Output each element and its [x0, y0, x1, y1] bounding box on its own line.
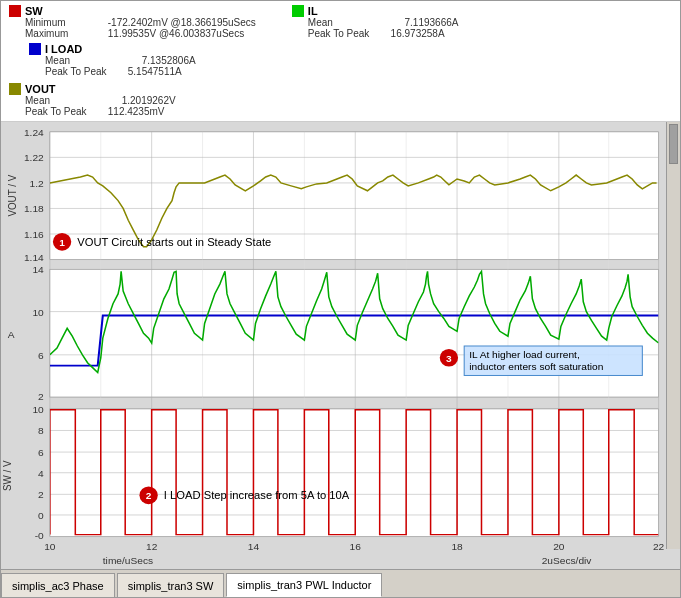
sw-max-label: Maximum	[25, 28, 105, 39]
iload-p2p-value: 5.1547511A	[128, 66, 208, 77]
legend-area: SW Minimum -172.2402mV @18.366195uSecs M…	[1, 1, 680, 122]
svg-text:6: 6	[38, 447, 44, 458]
vout-label: VOUT	[25, 83, 56, 95]
vout-p2p-label: Peak To Peak	[25, 106, 105, 117]
svg-text:3: 3	[446, 353, 452, 364]
svg-text:1.14: 1.14	[24, 253, 44, 264]
iload-p2p-label: Peak To Peak	[45, 66, 125, 77]
legend-vout: VOUT Mean 1.2019262V Peak To Peak 112.42…	[9, 83, 202, 117]
svg-text:22: 22	[653, 541, 665, 552]
svg-text:SW / V: SW / V	[2, 460, 13, 491]
iload-color-box	[29, 43, 41, 55]
svg-text:2: 2	[146, 490, 152, 501]
il-mean-label: Mean	[308, 17, 388, 28]
il-p2p-value: 16.973258A	[391, 28, 471, 39]
svg-text:VOUT  Circuit starts out in St: VOUT Circuit starts out in Steady State	[77, 236, 271, 248]
svg-text:10: 10	[32, 307, 44, 318]
sw-label: SW	[25, 5, 43, 17]
legend-il: IL Mean 7.1193666A Peak To Peak 16.97325…	[292, 5, 485, 39]
svg-text:A: A	[8, 329, 15, 340]
vout-stats: Mean 1.2019262V Peak To Peak 112.4235mV	[25, 95, 202, 117]
svg-text:1.16: 1.16	[24, 229, 44, 240]
sw-min-label: Minimum	[25, 17, 105, 28]
svg-text:-0: -0	[35, 530, 44, 541]
svg-text:1: 1	[59, 237, 65, 248]
sw-color-box	[9, 5, 21, 17]
legend-sw: SW Minimum -172.2402mV @18.366195uSecs M…	[9, 5, 256, 39]
vertical-scrollbar[interactable]	[666, 122, 680, 549]
il-label: IL	[308, 5, 318, 17]
svg-text:VOUT / V: VOUT / V	[7, 174, 18, 216]
vout-p2p-value: 112.4235mV	[108, 106, 188, 117]
svg-text:10: 10	[44, 541, 56, 552]
svg-text:IL  At higher load current,: IL At higher load current,	[469, 349, 580, 360]
iload-mean-label: Mean	[45, 55, 125, 66]
il-mean-value: 7.1193666A	[405, 17, 485, 28]
svg-text:12: 12	[146, 541, 158, 552]
svg-text:0: 0	[38, 510, 44, 521]
svg-text:2uSecs/div: 2uSecs/div	[542, 555, 592, 566]
svg-text:16: 16	[350, 541, 362, 552]
svg-text:8: 8	[38, 426, 44, 437]
svg-text:20: 20	[553, 541, 565, 552]
svg-text:18: 18	[451, 541, 463, 552]
svg-text:1.2: 1.2	[30, 178, 45, 189]
legend-iload: I LOAD Mean 7.1352806A Peak To Peak 5.15…	[29, 43, 222, 77]
tabs-bar: simplis_ac3 Phase simplis_tran3 SW simpl…	[1, 569, 680, 597]
sw-stats: Minimum -172.2402mV @18.366195uSecs Maxi…	[25, 17, 256, 39]
svg-text:6: 6	[38, 350, 44, 361]
svg-text:inductor enters soft saturatio: inductor enters soft saturation	[469, 361, 603, 372]
svg-text:10: 10	[32, 404, 44, 415]
main-window: SW Minimum -172.2402mV @18.366195uSecs M…	[0, 0, 681, 598]
sw-min-value: -172.2402mV @18.366195uSecs	[108, 17, 256, 28]
svg-text:1.18: 1.18	[24, 204, 44, 215]
chart-svg: 1.24 1.22 1.2 1.18 1.16 1.14 VOUT / V 14…	[1, 122, 680, 569]
vout-mean-value: 1.2019262V	[122, 95, 202, 106]
svg-text:I LOAD  Step increase from 5A : I LOAD Step increase from 5A to 10A	[164, 489, 350, 501]
vout-color-box	[9, 83, 21, 95]
svg-text:1.24: 1.24	[24, 127, 44, 138]
il-p2p-label: Peak To Peak	[308, 28, 388, 39]
svg-text:14: 14	[248, 541, 260, 552]
svg-text:1.22: 1.22	[24, 152, 44, 163]
il-stats: Mean 7.1193666A Peak To Peak 16.973258A	[308, 17, 485, 39]
sw-max-value: 11.99535V @46.003837uSecs	[108, 28, 244, 39]
iload-stats: Mean 7.1352806A Peak To Peak 5.1547511A	[45, 55, 222, 77]
tab-tran3-pwl[interactable]: simplis_tran3 PWL Inductor	[226, 573, 382, 597]
iload-mean-value: 7.1352806A	[142, 55, 222, 66]
iload-label: I LOAD	[45, 43, 82, 55]
tab-ac3-phase[interactable]: simplis_ac3 Phase	[1, 573, 115, 597]
svg-text:2: 2	[38, 489, 44, 500]
il-color-box	[292, 5, 304, 17]
svg-text:2: 2	[38, 391, 44, 402]
tab-tran3-sw[interactable]: simplis_tran3 SW	[117, 573, 225, 597]
vout-mean-label: Mean	[25, 95, 105, 106]
svg-rect-4	[50, 269, 659, 397]
scrollbar-thumb[interactable]	[669, 124, 678, 164]
legend-row2: VOUT Mean 1.2019262V Peak To Peak 112.42…	[9, 83, 672, 117]
svg-text:14: 14	[32, 264, 44, 275]
svg-text:4: 4	[38, 468, 44, 479]
svg-text:time/uSecs: time/uSecs	[103, 555, 153, 566]
chart-area: 1.24 1.22 1.2 1.18 1.16 1.14 VOUT / V 14…	[1, 122, 680, 569]
